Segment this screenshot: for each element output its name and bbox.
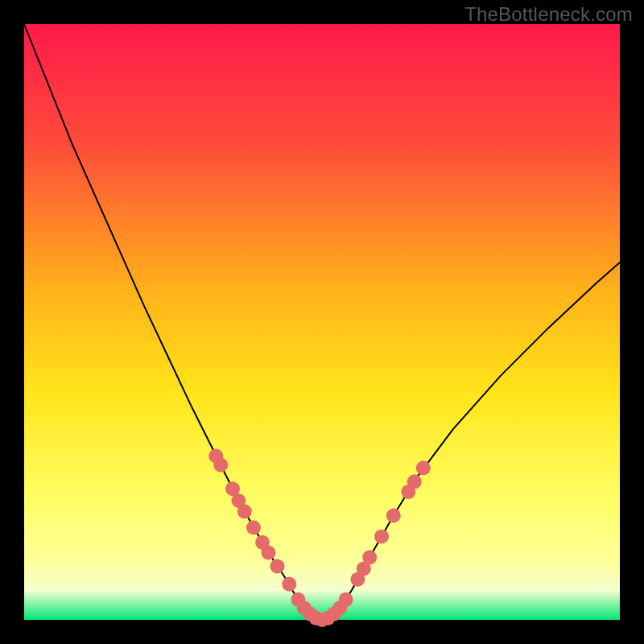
marker-dot <box>416 460 431 475</box>
marker-dot <box>261 545 275 559</box>
marker-dot <box>246 520 261 535</box>
plot-background <box>24 24 620 620</box>
marker-dot <box>270 559 285 573</box>
bottleneck-curve-chart <box>0 0 644 644</box>
chart-frame: TheBottleneck.com <box>0 0 644 644</box>
marker-dot <box>374 529 389 543</box>
marker-dot <box>362 550 377 564</box>
marker-dot <box>339 592 353 607</box>
marker-dot <box>237 504 252 518</box>
marker-dot <box>213 458 228 473</box>
marker-dot <box>407 474 422 489</box>
marker-dot <box>282 577 296 592</box>
watermark-label: TheBottleneck.com <box>464 3 633 26</box>
marker-dot <box>386 509 401 523</box>
